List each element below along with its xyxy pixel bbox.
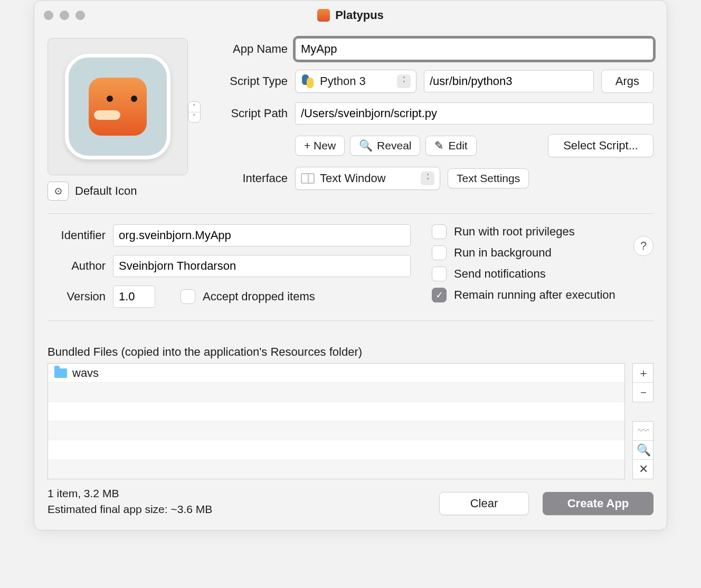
app-icon-well[interactable]: [48, 38, 188, 175]
app-icon-preview: [65, 54, 170, 159]
list-item: [48, 383, 624, 402]
list-item: [48, 402, 624, 421]
chevron-up-icon[interactable]: ˄: [188, 102, 200, 112]
remain-running-checkbox[interactable]: ✓: [432, 288, 447, 302]
identifier-label: Identifier: [48, 229, 106, 242]
folder-icon: [54, 368, 67, 378]
identifier-field[interactable]: [113, 224, 411, 246]
default-icon-label: Default Icon: [75, 184, 137, 198]
app-name-label: App Name: [214, 42, 288, 56]
clear-files-button[interactable]: 〰: [633, 422, 654, 441]
interface-select[interactable]: Text Window ˄˅: [295, 167, 440, 190]
python-icon: [301, 74, 315, 88]
file-name: wavs: [72, 366, 99, 380]
edit-script-button[interactable]: ✎ Edit: [425, 136, 476, 156]
help-button[interactable]: ?: [633, 236, 653, 256]
fields-column: App Name Script Type Python 3 ˄˅: [214, 38, 653, 201]
interpreter-path-field[interactable]: [424, 70, 594, 92]
remain-running-label: Remain running after execution: [454, 288, 615, 302]
text-settings-button[interactable]: Text Settings: [448, 168, 529, 188]
send-notifications-label: Send notifications: [454, 267, 546, 281]
run-background-label: Run in background: [454, 246, 552, 260]
identifier-input[interactable]: [119, 229, 405, 242]
clear-button[interactable]: Clear: [439, 492, 529, 515]
add-file-button[interactable]: ＋: [633, 364, 654, 383]
script-type-select[interactable]: Python 3 ˄˅: [295, 70, 416, 93]
list-item: [48, 460, 624, 479]
script-path-input[interactable]: [301, 107, 648, 120]
script-path-label: Script Path: [214, 107, 288, 120]
traffic-lights: [44, 11, 85, 20]
list-item[interactable]: wavs: [48, 364, 624, 383]
remove-file-button[interactable]: －: [633, 383, 654, 402]
author-input[interactable]: [119, 259, 405, 273]
script-path-field[interactable]: [295, 102, 653, 125]
minus-icon: －: [638, 384, 649, 400]
root-privileges-label: Run with root privileges: [454, 225, 575, 239]
author-label: Author: [48, 259, 106, 273]
minimize-window-button[interactable]: [60, 11, 69, 20]
close-icon: ✕: [639, 462, 648, 476]
zoom-window-button[interactable]: [75, 11, 85, 20]
text-window-icon: [301, 173, 315, 184]
divider: [48, 320, 653, 321]
app-window: Platypus ˄ ˅ ⊙: [34, 0, 667, 530]
script-type-value: Python 3: [320, 74, 366, 88]
icon-column: ˄ ˅ ⊙ Default Icon: [48, 38, 209, 201]
reveal-script-button[interactable]: 🔍 Reveal: [350, 136, 420, 156]
chevron-down-icon[interactable]: ˅: [188, 112, 200, 122]
app-name-input[interactable]: [301, 42, 648, 56]
divider: [48, 213, 653, 214]
version-input[interactable]: [119, 290, 149, 304]
window-title: Platypus: [335, 8, 384, 22]
version-field[interactable]: [113, 286, 155, 308]
titlebar: Platypus: [34, 1, 667, 30]
footer-info: 1 item, 3.2 MB Estimated final app size:…: [48, 486, 212, 517]
icon-stepper[interactable]: ˄ ˅: [188, 101, 201, 122]
close-window-button[interactable]: [44, 11, 53, 20]
author-field[interactable]: [113, 255, 411, 277]
list-item: [48, 421, 624, 440]
title-center: Platypus: [34, 8, 667, 22]
interface-label: Interface: [214, 172, 288, 185]
magnifier-icon: 🔍: [359, 139, 373, 152]
ellipsis-icon: ⊙: [54, 185, 62, 197]
eraser-icon: 〰: [638, 424, 649, 438]
bundled-side-buttons: ＋ － 〰 🔍 ✕: [632, 363, 653, 479]
interface-value: Text Window: [320, 172, 386, 185]
chevron-updown-icon: ˄˅: [421, 172, 434, 185]
reveal-file-button[interactable]: 🔍: [633, 441, 654, 460]
item-count-status: 1 item, 3.2 MB: [48, 486, 212, 501]
interpreter-path-input[interactable]: [430, 74, 588, 88]
list-item: [48, 440, 624, 459]
chevron-updown-icon: ˄˅: [397, 74, 411, 88]
bundled-files-list[interactable]: wavs: [48, 363, 625, 479]
args-button[interactable]: Args: [601, 70, 653, 93]
accept-dropped-label: Accept dropped items: [203, 290, 315, 304]
delete-file-button[interactable]: ✕: [633, 460, 654, 479]
platypus-icon: [89, 78, 147, 136]
plus-icon: ＋: [638, 365, 649, 381]
version-label: Version: [48, 290, 106, 304]
pencil-icon: ✎: [434, 139, 444, 152]
app-name-field[interactable]: [295, 38, 653, 60]
accept-dropped-checkbox[interactable]: [181, 289, 195, 304]
create-app-button[interactable]: Create App: [543, 492, 653, 515]
run-background-checkbox[interactable]: [432, 245, 447, 260]
script-type-label: Script Type: [214, 74, 288, 88]
app-size-status: Estimated final app size: ~3.6 MB: [48, 501, 212, 517]
magnifier-icon: 🔍: [637, 443, 651, 457]
app-icon: [317, 9, 330, 22]
root-privileges-checkbox[interactable]: [432, 224, 447, 239]
select-script-button[interactable]: Select Script...: [548, 134, 653, 157]
bundled-files-header: Bundled Files (copied into the applicati…: [48, 345, 653, 359]
new-script-button[interactable]: + New: [295, 136, 345, 156]
send-notifications-checkbox[interactable]: [432, 267, 447, 281]
icon-options-button[interactable]: ⊙: [48, 182, 69, 201]
